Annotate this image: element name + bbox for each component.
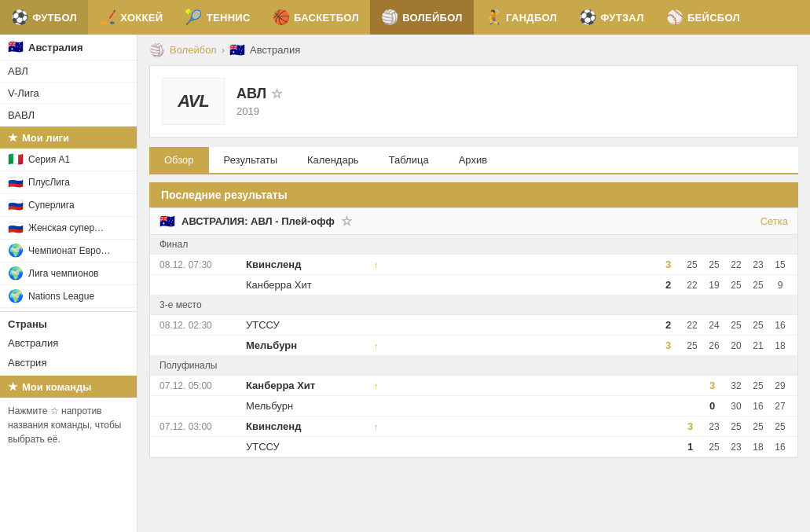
team-name[interactable]: УТССУ — [246, 319, 372, 331]
match-row: 07.12. 05:00Канберра Хит↑3322529Мельбурн… — [150, 376, 797, 416]
team-name[interactable]: Мельбурн — [246, 400, 372, 412]
breadcrumb-country: Австралия — [250, 44, 300, 56]
nav-item-бейсбол[interactable]: ⚾Бейсбол — [655, 0, 751, 35]
nav-item-баскетбол[interactable]: 🏀Баскетбол — [262, 0, 370, 35]
my-league-label: Серия А1 — [28, 154, 129, 165]
sidebar-my-league-item[interactable]: 🌍Nations League — [0, 285, 137, 308]
match-time: 07.12. 03:00 — [159, 421, 246, 432]
my-leagues-section: ★ Мои лиги — [0, 127, 137, 149]
match-team-row: 08.12. 02:30УТССУ22224252516 — [150, 315, 797, 336]
team-score: 3 — [658, 259, 678, 270]
team-name[interactable]: Квинсленд — [246, 420, 372, 432]
tab-архив[interactable]: Архив — [444, 147, 502, 173]
league-logo-text: AVL — [178, 91, 208, 112]
team-info-icon[interactable]: ↑ — [374, 381, 379, 391]
sidebar-country-link[interactable]: Австрия — [0, 353, 137, 372]
sidebar-league-link[interactable]: V-Лига — [0, 83, 137, 105]
my-teams-label: Мои команды — [22, 381, 91, 393]
футбол-icon: ⚽ — [11, 9, 28, 26]
sidebar-country-name: Австралия — [28, 42, 83, 53]
breadcrumb-flag: 🇦🇺 — [229, 44, 245, 57]
set-score: 32 — [728, 380, 744, 391]
my-league-label: ПлусЛига — [28, 177, 129, 188]
match-row: 08.12. 07:30Квинсленд↑32525222315Канберр… — [150, 255, 797, 295]
set-score: 29 — [772, 380, 788, 391]
match-team-row: Мельбурн0301627 — [150, 396, 797, 416]
sidebar-my-league-item[interactable]: 🌍Чемпионат Евро… — [0, 240, 137, 262]
set-scores: 23252525 — [706, 421, 788, 432]
team-name[interactable]: УТССУ — [246, 441, 372, 453]
playoff-header: 🇦🇺 АВСТРАЛИЯ: АВЛ - Плей-офф ☆ Сетка — [150, 208, 797, 235]
sidebar: 🇦🇺 Австралия АВЛV-ЛигаВАВЛ ★ Мои лиги 🇮🇹… — [0, 35, 137, 532]
set-score: 25 — [750, 421, 766, 432]
team-name[interactable]: Квинсленд — [246, 259, 372, 270]
round-label: Финал — [150, 235, 797, 255]
sidebar-league-link[interactable]: АВЛ — [0, 61, 137, 83]
set-scores: 2224252516 — [684, 320, 788, 331]
my-league-label: Чемпионат Евро… — [28, 245, 129, 256]
team-info-icon[interactable]: ↑ — [374, 341, 379, 350]
set-score: 25 — [706, 442, 722, 453]
tab-результаты[interactable]: Результаты — [209, 147, 292, 173]
top-navigation: ⚽Футбол🏒Хоккей🎾Теннис🏀Баскетбол🏐Волейбол… — [0, 0, 810, 35]
match-team-row: 07.12. 05:00Канберра Хит↑3322529 — [150, 376, 797, 396]
set-scores: 2526202118 — [684, 340, 788, 351]
team-score: 0 — [702, 400, 722, 412]
sidebar-country-link[interactable]: Австралия — [0, 333, 137, 353]
nav-item-хоккей[interactable]: 🏒Хоккей — [88, 0, 174, 35]
set-scores: 322529 — [728, 380, 788, 391]
countries-section-label: Страны — [0, 311, 137, 333]
sidebar-my-league-item[interactable]: 🇮🇹Серия А1 — [0, 149, 137, 171]
set-score: 16 — [772, 442, 788, 453]
nav-item-теннис[interactable]: 🎾Теннис — [174, 0, 261, 35]
breadcrumb-sport[interactable]: Волейбол — [170, 44, 217, 56]
team-info-icon[interactable]: ↑ — [374, 422, 379, 431]
set-score: 20 — [728, 340, 744, 351]
sidebar-my-league-item[interactable]: 🇷🇺Женская супер… — [0, 217, 137, 240]
league-year: 2019 — [236, 105, 282, 117]
league-info: АВЛ ☆ 2019 — [236, 86, 282, 117]
main-layout: 🇦🇺 Австралия АВЛV-ЛигаВАВЛ ★ Мои лиги 🇮🇹… — [0, 35, 810, 532]
league-name-row: АВЛ ☆ — [236, 86, 282, 102]
set-score: 25 — [728, 421, 744, 432]
my-teams-hint: Нажмите ☆ напротив названия команды, что… — [0, 398, 137, 453]
team-score: 2 — [658, 319, 678, 331]
nav-item-футбол[interactable]: ⚽Футбол — [0, 0, 88, 35]
league-flag-icon: 🇷🇺 — [8, 222, 24, 234]
team-name[interactable]: Мельбурн — [246, 339, 372, 351]
sidebar-league-link[interactable]: ВАВЛ — [0, 105, 137, 127]
match-team-row: 07.12. 03:00Квинсленд↑323252525 — [150, 416, 797, 437]
tab-обзор[interactable]: Обзор — [149, 147, 209, 173]
sidebar-my-league-item[interactable]: 🇷🇺ПлусЛига — [0, 171, 137, 194]
tab-таблица[interactable]: Таблица — [374, 147, 444, 173]
playoff-title: АВСТРАЛИЯ: АВЛ - Плей-офф — [181, 215, 335, 227]
sidebar-my-league-item[interactable]: 🌍Лига чемпионов — [0, 262, 137, 285]
setch-link[interactable]: Сетка — [761, 215, 788, 227]
nav-item-волейбол[interactable]: 🏐Волейбол — [370, 0, 474, 35]
nav-item-гандбол[interactable]: 🤾Гандбол — [474, 0, 568, 35]
match-time: 08.12. 07:30 — [159, 259, 246, 270]
sidebar-my-league-item[interactable]: 🇷🇺Суперлига — [0, 194, 137, 217]
team-name[interactable]: Канберра Хит — [246, 279, 372, 291]
playoff-flag: 🇦🇺 — [159, 215, 175, 228]
tab-календарь[interactable]: Календарь — [292, 147, 374, 173]
match-time: 07.12. 05:00 — [159, 380, 246, 391]
team-name[interactable]: Канберра Хит — [246, 380, 372, 391]
nav-item-футзал[interactable]: ⚽Футзал — [568, 0, 655, 35]
league-flag-icon: 🇷🇺 — [8, 199, 24, 211]
set-score: 27 — [772, 401, 788, 412]
playoff-star-icon[interactable]: ☆ — [341, 214, 352, 229]
set-score: 22 — [728, 259, 744, 270]
league-flag-icon: 🇮🇹 — [8, 153, 24, 166]
favorite-star-icon[interactable]: ☆ — [271, 86, 282, 101]
star-icon: ★ — [8, 131, 18, 144]
гандбол-icon: 🤾 — [485, 9, 502, 26]
round-label: 3-е место — [150, 295, 797, 315]
set-scores: 2525222315 — [684, 259, 788, 270]
team-info-icon[interactable]: ↑ — [374, 260, 379, 270]
team-score: 1 — [680, 441, 700, 453]
star-icon-teams: ★ — [8, 380, 18, 393]
set-score: 21 — [750, 340, 766, 351]
league-logo: AVL — [162, 78, 225, 125]
set-score: 25 — [750, 320, 766, 331]
